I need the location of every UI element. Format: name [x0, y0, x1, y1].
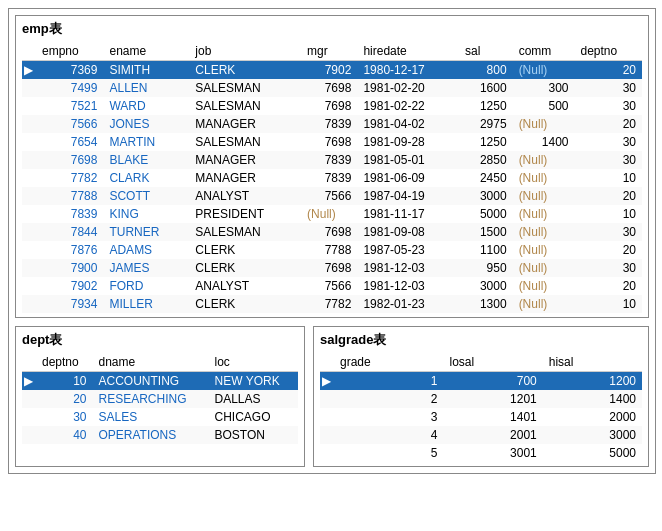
- emp-cell-comm: (Null): [513, 115, 575, 133]
- salgrade-cell-hisal: 2000: [543, 408, 642, 426]
- salgrade-col-losal[interactable]: losal: [444, 353, 543, 372]
- emp-cell-job: SALESMAN: [189, 223, 301, 241]
- row-indicator: [22, 151, 36, 169]
- emp-cell-job: CLERK: [189, 259, 301, 277]
- table-row[interactable]: 7521WARDSALESMAN76981981-02-22125050030: [22, 97, 642, 115]
- emp-cell-comm: (Null): [513, 295, 575, 313]
- dept-cell-loc: NEW YORK: [209, 372, 298, 391]
- emp-cell-comm: (Null): [513, 205, 575, 223]
- table-row[interactable]: 7782CLARKMANAGER78391981-06-092450(Null)…: [22, 169, 642, 187]
- emp-cell-job: CLERK: [189, 241, 301, 259]
- emp-cell-job: MANAGER: [189, 169, 301, 187]
- dept-cell-loc: BOSTON: [209, 426, 298, 444]
- emp-cell-hiredate: 1981-05-01: [357, 151, 459, 169]
- table-row[interactable]: ▶10ACCOUNTINGNEW YORK: [22, 372, 298, 391]
- table-row[interactable]: 7876ADAMSCLERK77881987-05-231100(Null)20: [22, 241, 642, 259]
- dept-table: deptno dname loc ▶10ACCOUNTINGNEW YORK20…: [22, 353, 298, 444]
- emp-col-empno[interactable]: empno: [36, 42, 103, 61]
- emp-cell-mgr: 7839: [301, 169, 357, 187]
- emp-col-hiredate[interactable]: hiredate: [357, 42, 459, 61]
- emp-cell-hiredate: 1987-05-23: [357, 241, 459, 259]
- emp-cell-mgr: 7839: [301, 115, 357, 133]
- table-row[interactable]: 40OPERATIONSBOSTON: [22, 426, 298, 444]
- salgrade-cell-grade: 5: [334, 444, 444, 462]
- emp-cell-comm: (Null): [513, 151, 575, 169]
- row-indicator: [22, 133, 36, 151]
- emp-cell-empno: 7934: [36, 295, 103, 313]
- table-row[interactable]: 7566JONESMANAGER78391981-04-022975(Null)…: [22, 115, 642, 133]
- dept-cell-dname: OPERATIONS: [93, 426, 209, 444]
- emp-cell-mgr: 7698: [301, 97, 357, 115]
- dept-col-indicator: [22, 353, 36, 372]
- table-row[interactable]: 7698BLAKEMANAGER78391981-05-012850(Null)…: [22, 151, 642, 169]
- row-indicator: [22, 169, 36, 187]
- table-row[interactable]: 212011400: [320, 390, 642, 408]
- row-indicator: [22, 259, 36, 277]
- emp-cell-deptno: 30: [574, 97, 642, 115]
- emp-col-mgr[interactable]: mgr: [301, 42, 357, 61]
- emp-cell-job: ANALYST: [189, 277, 301, 295]
- dept-col-deptno[interactable]: deptno: [36, 353, 93, 372]
- emp-cell-empno: 7566: [36, 115, 103, 133]
- dept-cell-dname: ACCOUNTING: [93, 372, 209, 391]
- emp-cell-sal: 2975: [459, 115, 513, 133]
- emp-cell-mgr: 7698: [301, 223, 357, 241]
- emp-col-comm[interactable]: comm: [513, 42, 575, 61]
- emp-col-sal[interactable]: sal: [459, 42, 513, 61]
- dept-col-loc[interactable]: loc: [209, 353, 298, 372]
- salgrade-cell-losal: 2001: [444, 426, 543, 444]
- row-indicator: [22, 79, 36, 97]
- emp-cell-hiredate: 1981-09-08: [357, 223, 459, 241]
- emp-cell-comm: 300: [513, 79, 575, 97]
- emp-cell-empno: 7782: [36, 169, 103, 187]
- emp-cell-ename: KING: [103, 205, 189, 223]
- emp-cell-empno: 7844: [36, 223, 103, 241]
- table-row[interactable]: 7788SCOTTANALYST75661987-04-193000(Null)…: [22, 187, 642, 205]
- emp-col-job[interactable]: job: [189, 42, 301, 61]
- table-row[interactable]: 530015000: [320, 444, 642, 462]
- emp-cell-deptno: 20: [574, 277, 642, 295]
- table-row[interactable]: 20RESEARCHINGDALLAS: [22, 390, 298, 408]
- table-row[interactable]: 314012000: [320, 408, 642, 426]
- emp-cell-deptno: 20: [574, 61, 642, 80]
- table-row[interactable]: 7654MARTINSALESMAN76981981-09-2812501400…: [22, 133, 642, 151]
- row-indicator: [22, 205, 36, 223]
- row-indicator: ▶: [22, 61, 36, 80]
- salgrade-col-grade[interactable]: grade: [334, 353, 444, 372]
- salgrade-cell-grade: 2: [334, 390, 444, 408]
- emp-cell-mgr: 7698: [301, 259, 357, 277]
- row-indicator: [22, 426, 36, 444]
- emp-cell-sal: 2450: [459, 169, 513, 187]
- emp-cell-deptno: 20: [574, 241, 642, 259]
- table-row[interactable]: 7902FORDANALYST75661981-12-033000(Null)2…: [22, 277, 642, 295]
- emp-col-deptno[interactable]: deptno: [574, 42, 642, 61]
- table-row[interactable]: 7839KINGPRESIDENT(Null)1981-11-175000(Nu…: [22, 205, 642, 223]
- emp-cell-mgr: 7788: [301, 241, 357, 259]
- emp-cell-hiredate: 1981-02-20: [357, 79, 459, 97]
- emp-cell-ename: FORD: [103, 277, 189, 295]
- salgrade-cell-hisal: 3000: [543, 426, 642, 444]
- row-indicator: ▶: [22, 372, 36, 391]
- dept-col-dname[interactable]: dname: [93, 353, 209, 372]
- emp-col-ename[interactable]: ename: [103, 42, 189, 61]
- emp-cell-comm: (Null): [513, 277, 575, 295]
- salgrade-col-hisal[interactable]: hisal: [543, 353, 642, 372]
- emp-cell-deptno: 30: [574, 133, 642, 151]
- table-row[interactable]: 7844TURNERSALESMAN76981981-09-081500(Nul…: [22, 223, 642, 241]
- table-row[interactable]: ▶17001200: [320, 372, 642, 391]
- emp-cell-empno: 7876: [36, 241, 103, 259]
- emp-cell-ename: ADAMS: [103, 241, 189, 259]
- emp-cell-mgr: 7698: [301, 79, 357, 97]
- table-row[interactable]: 7499ALLENSALESMAN76981981-02-20160030030: [22, 79, 642, 97]
- table-row[interactable]: 30SALESCHICAGO: [22, 408, 298, 426]
- row-indicator: [22, 223, 36, 241]
- table-row[interactable]: 7900JAMESCLERK76981981-12-03950(Null)30: [22, 259, 642, 277]
- table-row[interactable]: ▶7369SIMITHCLERK79021980-12-17800(Null)2…: [22, 61, 642, 80]
- emp-cell-sal: 1300: [459, 295, 513, 313]
- table-row[interactable]: 420013000: [320, 426, 642, 444]
- emp-cell-sal: 3000: [459, 277, 513, 295]
- emp-cell-empno: 7369: [36, 61, 103, 80]
- emp-cell-ename: ALLEN: [103, 79, 189, 97]
- table-row[interactable]: 7934MILLERCLERK77821982-01-231300(Null)1…: [22, 295, 642, 313]
- emp-table-header: empno ename job mgr hiredate sal comm de…: [22, 42, 642, 61]
